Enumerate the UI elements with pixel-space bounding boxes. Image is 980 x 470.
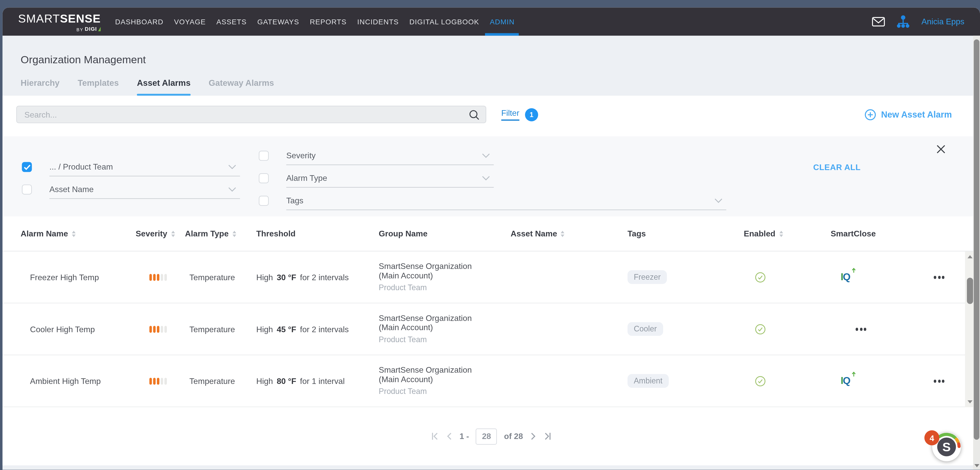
tag-chip: Cooler: [628, 322, 663, 336]
page-scroll-down-arrow-icon[interactable]: [974, 464, 979, 467]
group-name: SmartSense Organization (Main Account) P…: [379, 365, 511, 397]
enabled-check-icon: [755, 272, 766, 282]
tab-bar: Hierarchy Templates Asset Alarms Gateway…: [21, 78, 980, 96]
chevron-down-icon: [228, 164, 236, 169]
subgroup-name: Product Team: [379, 387, 511, 397]
sort-icon[interactable]: [779, 231, 783, 237]
iq-arrow-icon: [851, 372, 856, 377]
filter-field-asset-name: Asset Name: [22, 180, 240, 199]
scroll-up-arrow-icon[interactable]: [967, 255, 972, 258]
chevron-down-icon: [228, 187, 236, 192]
page-title: Organization Management: [21, 36, 980, 66]
nav-item-digital-logbook[interactable]: DIGITAL LOGBOOK: [409, 8, 479, 36]
nav-item-reports[interactable]: REPORTS: [310, 8, 347, 36]
row-actions-menu[interactable]: [934, 276, 965, 279]
sort-icon[interactable]: [72, 231, 76, 237]
group-filter-select[interactable]: ... / Product Team: [49, 158, 240, 176]
search-input[interactable]: [17, 106, 486, 123]
page-range-suffix: of 28: [504, 432, 523, 441]
row-actions-menu[interactable]: [856, 327, 909, 330]
topbar-right: Anicia Epps: [872, 15, 964, 28]
top-navigation-bar: SMARTSENSE BY DIGI DASHBOARD VOYAGE ASSE…: [3, 8, 980, 36]
sort-icon[interactable]: [171, 231, 175, 237]
severity-filter-checkbox[interactable]: [259, 151, 269, 161]
next-page-icon[interactable]: [530, 432, 536, 440]
chevron-down-icon: [482, 153, 490, 158]
alarm-type-filter-select[interactable]: Alarm Type: [286, 169, 494, 188]
page-scrollbar-thumb[interactable]: [974, 40, 980, 440]
nav-item-gateways[interactable]: GATEWAYS: [257, 8, 299, 36]
close-filter-panel-icon[interactable]: [936, 144, 947, 155]
chevron-down-icon: [714, 198, 722, 203]
user-menu[interactable]: Anicia Epps: [921, 17, 964, 26]
page-scrollbar[interactable]: [973, 36, 980, 470]
alarm-type: Temperature: [185, 324, 256, 334]
filter-panel: ... / Product Team Asset Name: [3, 136, 980, 217]
table-body: Freezer High Temp Temperature High 30 °F…: [3, 251, 980, 407]
severity-indicator: [150, 274, 185, 280]
severity-indicator: [150, 378, 185, 384]
search-icon[interactable]: [469, 109, 480, 121]
page-number-input[interactable]: [476, 428, 497, 445]
column-header-threshold: Threshold: [256, 229, 379, 239]
column-header-alarm-type: Alarm Type: [185, 229, 256, 239]
tags-filter-checkbox[interactable]: [259, 196, 269, 206]
tab-asset-alarms[interactable]: Asset Alarms: [137, 78, 191, 96]
active-tab-indicator: [137, 94, 191, 96]
severity-filter-select[interactable]: Severity: [286, 146, 494, 165]
mail-icon[interactable]: [872, 17, 885, 27]
subgroup-name: Product Team: [379, 335, 511, 345]
new-asset-alarm-button[interactable]: New Asset Alarm: [864, 108, 952, 120]
nav-item-voyage[interactable]: VOYAGE: [174, 8, 206, 36]
page-header: Organization Management Hierarchy Templa…: [3, 36, 980, 96]
page-range-prefix: 1 -: [460, 432, 469, 441]
screen: SMARTSENSE BY DIGI DASHBOARD VOYAGE ASSE…: [0, 0, 980, 470]
support-chat-widget[interactable]: S 4: [924, 430, 963, 463]
smartclose-iq-logo: IQ: [840, 271, 850, 282]
nav-item-admin[interactable]: ADMIN: [490, 8, 515, 36]
first-page-icon[interactable]: [431, 432, 440, 440]
sort-icon[interactable]: [232, 231, 236, 237]
group-filter-checkbox[interactable]: [22, 162, 32, 172]
asset-name-filter-checkbox[interactable]: [22, 185, 32, 194]
last-page-icon[interactable]: [543, 432, 551, 440]
chat-notification-badge: 4: [924, 430, 940, 445]
tab-hierarchy[interactable]: Hierarchy: [21, 78, 60, 96]
smartclose-cell: IQ: [840, 270, 859, 284]
column-header-severity: Severity: [136, 229, 185, 239]
plus-circle-icon: [864, 108, 876, 120]
main-nav: DASHBOARD VOYAGE ASSETS GATEWAYS REPORTS…: [115, 8, 515, 36]
clear-all-button[interactable]: CLEAR ALL: [813, 163, 861, 172]
org-hierarchy-icon[interactable]: [896, 15, 911, 28]
filter-field-alarm-type: Alarm Type: [259, 169, 494, 188]
asset-name-filter-select[interactable]: Asset Name: [49, 180, 240, 199]
tab-gateway-alarms[interactable]: Gateway Alarms: [208, 78, 274, 96]
group-name: SmartSense Organization (Main Account) P…: [379, 313, 511, 345]
previous-page-icon[interactable]: [446, 432, 452, 440]
nav-item-assets[interactable]: ASSETS: [216, 8, 247, 36]
filter-count-badge[interactable]: 1: [525, 108, 538, 121]
column-header-group-name: Group Name: [379, 229, 511, 239]
threshold: High 45 °F for 2 intervals: [256, 324, 379, 334]
subgroup-name: Product Team: [379, 283, 511, 293]
nav-item-incidents[interactable]: INCIDENTS: [357, 8, 399, 36]
table-row[interactable]: Ambient High Temp Temperature High 80 °F…: [3, 355, 980, 407]
tag-chip: Ambient: [628, 374, 669, 388]
enabled-cell: [755, 324, 830, 335]
content-area: Filter 1 New Asset Alarm: [3, 96, 980, 466]
filter-toggle[interactable]: Filter: [501, 108, 519, 121]
scroll-down-arrow-icon[interactable]: [967, 400, 972, 403]
tab-templates[interactable]: Templates: [78, 78, 119, 96]
table-row[interactable]: Freezer High Temp Temperature High 30 °F…: [3, 252, 980, 304]
sort-icon[interactable]: [561, 231, 565, 237]
row-actions-menu[interactable]: [934, 379, 965, 382]
nav-item-dashboard[interactable]: DASHBOARD: [115, 8, 164, 36]
toolbar: Filter 1 New Asset Alarm: [3, 96, 980, 123]
smartsense-logo[interactable]: SMARTSENSE BY DIGI: [18, 13, 101, 32]
table-scrollbar-thumb[interactable]: [967, 278, 973, 304]
tags-filter-select[interactable]: Tags: [286, 191, 726, 210]
alarm-type-filter-checkbox[interactable]: [259, 173, 269, 183]
severity-indicator: [150, 325, 185, 333]
table-row[interactable]: Cooler High Temp Temperature High 45 °F …: [3, 303, 980, 355]
tag-chip: Freezer: [628, 270, 667, 284]
